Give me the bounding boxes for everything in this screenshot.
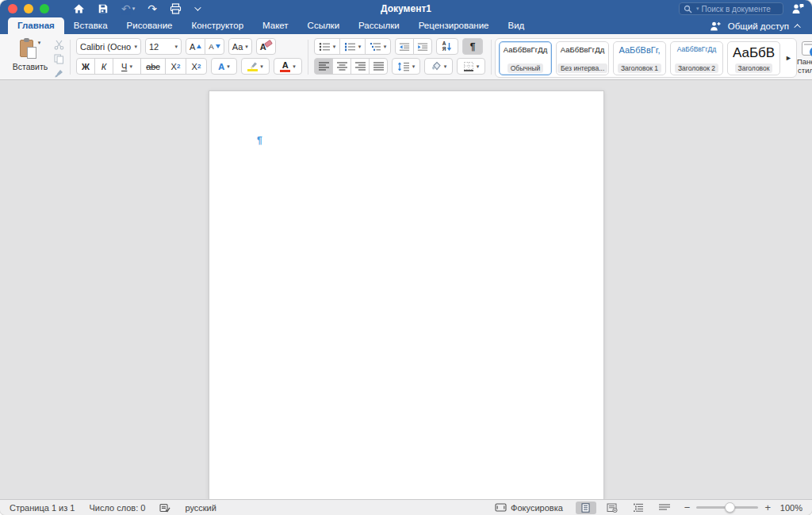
home-icon[interactable] — [73, 2, 85, 15]
print-icon[interactable] — [170, 2, 182, 15]
styles-pane-button[interactable]: ¶ Панельстилей — [797, 38, 812, 76]
numbered-list-icon — [344, 42, 356, 52]
search-placeholder: Поиск в документе — [702, 5, 771, 13]
style-heading-1[interactable]: АаБбВвГг, Заголовок 1 — [613, 41, 666, 75]
undo-caret-icon[interactable]: ▾ — [132, 6, 136, 12]
style-normal[interactable]: АаБбВвГгДд Обычный — [499, 41, 552, 75]
paste-label: Вставить — [13, 62, 48, 71]
font-group: Calibri (Осно... ▾ 12 ▾ A A Аа▾ — [71, 38, 308, 76]
style-heading-2[interactable]: АаБбВвГгДд Заголовок 2 — [670, 41, 723, 75]
tab-home[interactable]: Главная — [8, 17, 64, 34]
search-input[interactable]: ▾ Поиск в документе — [679, 2, 783, 15]
style-no-spacing[interactable]: АаБбВвГгДд Без интерва... — [556, 41, 609, 75]
collapse-ribbon-icon[interactable] — [794, 24, 800, 30]
save-icon[interactable] — [98, 2, 109, 15]
paste-clipboard-icon — [20, 40, 33, 57]
clipboard-group: ▾ Вставить — [5, 38, 70, 76]
minimize-button[interactable] — [24, 4, 33, 13]
tab-insert[interactable]: Вставка — [64, 17, 117, 34]
italic-button[interactable]: К — [94, 58, 113, 75]
font-color-button[interactable]: А ▾ — [274, 58, 302, 75]
multilevel-list-button[interactable]: ▾ — [365, 38, 391, 55]
shrink-font-button[interactable]: A — [205, 38, 224, 55]
tab-design[interactable]: Конструктор — [182, 17, 253, 34]
contact-us-icon[interactable] — [791, 3, 804, 14]
subscript-button[interactable]: X2 — [165, 58, 186, 75]
borders-button[interactable]: ▾ — [457, 58, 485, 75]
tab-mailings[interactable]: Рассылки — [349, 17, 409, 34]
align-center-button[interactable] — [332, 58, 351, 75]
word-count[interactable]: Число слов: 0 — [89, 503, 145, 513]
text-effects-button[interactable]: A▾ — [211, 58, 237, 75]
customize-toolbar-icon[interactable] — [194, 2, 199, 15]
tab-review[interactable]: Рецензирование — [409, 17, 499, 34]
search-icon — [684, 5, 692, 13]
tab-references[interactable]: Ссылки — [298, 17, 350, 34]
highlight-color-button[interactable]: ▾ — [241, 58, 270, 75]
align-left-icon — [319, 62, 329, 71]
paragraph-mark: ¶ — [257, 135, 262, 146]
zoom-level[interactable]: 100% — [777, 503, 802, 513]
bullet-list-button[interactable]: ▾ — [314, 38, 340, 55]
search-scope-caret-icon[interactable]: ▾ — [696, 6, 699, 12]
align-left-button[interactable] — [314, 58, 333, 75]
page-count[interactable]: Страница 1 из 1 — [10, 503, 75, 513]
document-page[interactable]: ¶ — [209, 90, 604, 499]
tab-layout[interactable]: Макет — [253, 17, 298, 34]
tab-draw[interactable]: Рисование — [117, 17, 182, 34]
print-layout-view-button[interactable] — [576, 502, 596, 514]
shading-button[interactable]: ▾ — [424, 58, 453, 75]
zoom-slider[interactable] — [696, 506, 758, 509]
align-right-icon — [355, 62, 366, 71]
justify-button[interactable] — [369, 58, 388, 75]
tab-view[interactable]: Вид — [499, 17, 534, 34]
fullscreen-button[interactable] — [40, 4, 49, 13]
bullet-list-icon — [319, 42, 331, 52]
increase-indent-button[interactable] — [413, 38, 432, 55]
styles-pane-icon: ¶ — [802, 41, 812, 56]
language-indicator[interactable]: русский — [185, 503, 216, 513]
redo-icon[interactable]: ↷ — [147, 2, 157, 15]
draft-view-button[interactable] — [654, 502, 675, 514]
style-title[interactable]: АаБбВ Заголовок — [727, 41, 780, 75]
change-case-button[interactable]: Аа▾ — [228, 38, 252, 55]
zoom-out-button[interactable]: − — [684, 503, 691, 513]
spellcheck-icon[interactable] — [159, 503, 170, 513]
quick-access-toolbar: ↶▾ ↷ — [73, 2, 199, 15]
font-family-select[interactable]: Calibri (Осно... ▾ — [76, 38, 141, 55]
clear-formatting-button[interactable]: A — [256, 38, 276, 55]
underline-button[interactable]: Ч▾ — [113, 58, 141, 75]
line-spacing-icon — [397, 62, 410, 71]
view-switcher — [576, 502, 675, 514]
undo-icon[interactable]: ↶▾ — [121, 2, 135, 15]
align-right-button[interactable] — [350, 58, 370, 75]
numbered-list-button[interactable]: ▾ — [339, 38, 366, 55]
superscript-button[interactable]: X2 — [186, 58, 207, 75]
share-person-icon — [709, 21, 721, 31]
font-size-caret-icon: ▾ — [174, 44, 178, 50]
sort-button[interactable]: АЯ — [436, 38, 458, 55]
document-area: ¶ — [0, 80, 812, 499]
zoom-slider-thumb[interactable] — [725, 502, 735, 513]
decrease-indent-button[interactable] — [395, 38, 414, 55]
font-color-swatch — [280, 70, 290, 72]
font-size-select[interactable]: 12 ▾ — [145, 38, 182, 55]
paste-caret-icon[interactable]: ▾ — [38, 40, 41, 46]
show-formatting-marks-button[interactable]: ¶ — [462, 38, 483, 55]
share-button[interactable]: Общий доступ — [728, 21, 789, 31]
web-layout-view-button[interactable] — [602, 502, 622, 514]
close-button[interactable] — [8, 4, 17, 13]
grow-font-button[interactable]: A — [186, 38, 205, 55]
outline-view-button[interactable] — [628, 502, 649, 514]
paragraph-group: ▾ ▾ ▾ — [308, 38, 491, 76]
paste-button[interactable]: ▾ Вставить — [10, 38, 50, 71]
focus-mode-button[interactable]: Фокусировка — [495, 503, 563, 513]
copy-icon[interactable] — [54, 53, 64, 67]
zoom-in-button[interactable]: + — [764, 503, 771, 513]
strikethrough-button[interactable]: abc — [140, 58, 166, 75]
line-spacing-button[interactable]: ▾ — [392, 58, 420, 75]
more-styles-icon[interactable]: ► — [784, 54, 793, 62]
bold-button[interactable]: Ж — [76, 58, 95, 75]
traffic-lights — [8, 4, 49, 13]
cut-icon[interactable] — [54, 39, 64, 53]
